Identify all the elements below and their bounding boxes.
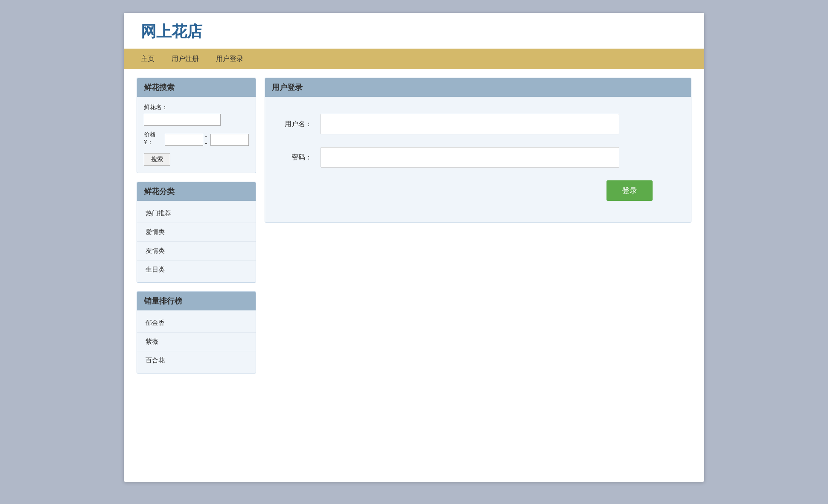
category-section: 鲜花分类 热门推荐 爱情类 友情类 生日类: [137, 182, 256, 283]
login-box: 用户登录 用户名： 密码： 登录: [265, 78, 691, 223]
search-button[interactable]: 搜索: [144, 153, 170, 166]
password-row: 密码：: [278, 147, 678, 168]
username-row: 用户名：: [278, 114, 678, 134]
main-content: 用户登录 用户名： 密码： 登录: [265, 78, 691, 223]
name-field-row: 鲜花名：: [144, 104, 249, 126]
site-header: 网上花店: [124, 13, 704, 49]
sidebar: 鲜花搜索 鲜花名： 价格¥： -- 搜索 鲜花: [137, 78, 256, 374]
login-title: 用户登录: [265, 78, 691, 97]
site-title: 网上花店: [141, 21, 687, 42]
ranking-section: 销量排行榜 郁金香 紫薇 百合花: [137, 291, 256, 374]
ranking-title: 销量排行榜: [137, 292, 256, 310]
nav-login[interactable]: 用户登录: [212, 55, 248, 64]
ranking-item-0[interactable]: 郁金香: [137, 314, 256, 333]
username-input[interactable]: [321, 114, 619, 134]
password-input[interactable]: [321, 147, 619, 168]
price-row: 价格¥： --: [144, 131, 249, 149]
username-label: 用户名：: [278, 120, 312, 129]
nav-home[interactable]: 主页: [137, 55, 159, 64]
search-section: 鲜花搜索 鲜花名： 价格¥： -- 搜索: [137, 78, 256, 173]
page-container: 网上花店 主页 用户注册 用户登录 鲜花搜索 鲜花名： 价格¥：: [124, 13, 704, 482]
category-item-3[interactable]: 生日类: [137, 261, 256, 279]
name-label: 鲜花名：: [144, 104, 249, 111]
category-item-0[interactable]: 热门推荐: [137, 204, 256, 223]
flower-name-input[interactable]: [144, 114, 221, 126]
ranking-item-1[interactable]: 紫薇: [137, 333, 256, 351]
category-title: 鲜花分类: [137, 182, 256, 201]
nav-register[interactable]: 用户注册: [167, 55, 203, 64]
login-form: 用户名： 密码： 登录: [265, 97, 691, 222]
category-item-1[interactable]: 爱情类: [137, 223, 256, 242]
login-btn-row: 登录: [278, 180, 678, 201]
ranking-item-2[interactable]: 百合花: [137, 351, 256, 370]
category-item-2[interactable]: 友情类: [137, 242, 256, 261]
search-section-title: 鲜花搜索: [137, 78, 256, 97]
price-label: 价格¥：: [144, 131, 163, 146]
nav-bar: 主页 用户注册 用户登录: [124, 49, 704, 69]
price-max-input[interactable]: [210, 134, 249, 146]
password-label: 密码：: [278, 153, 312, 162]
main-layout: 鲜花搜索 鲜花名： 价格¥： -- 搜索 鲜花: [124, 69, 704, 382]
search-content: 鲜花名： 价格¥： -- 搜索: [137, 97, 256, 173]
login-button[interactable]: 登录: [606, 180, 653, 201]
price-separator: --: [205, 133, 209, 147]
price-min-input[interactable]: [165, 134, 203, 146]
ranking-list: 郁金香 紫薇 百合花: [137, 310, 256, 373]
category-list: 热门推荐 爱情类 友情类 生日类: [137, 201, 256, 282]
